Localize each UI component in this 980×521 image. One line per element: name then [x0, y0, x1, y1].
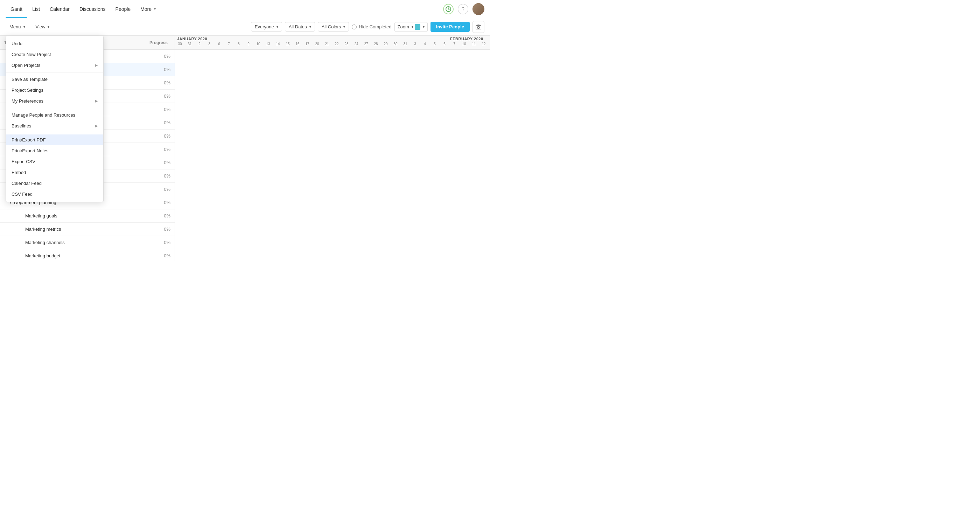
submenu-arrow-icon: ▶	[95, 99, 98, 103]
zoom-button[interactable]: Zoom ▾ ▾	[395, 22, 428, 32]
dropdown-menu: Undo Create New Project Open Projects ▶ …	[6, 36, 103, 202]
menu-item-create-new-project[interactable]: Create New Project	[6, 49, 103, 60]
nav-icons: ?	[443, 3, 484, 15]
tab-calendar[interactable]: Calendar	[45, 0, 75, 18]
task-row[interactable]: Marketing channels 0%	[0, 236, 175, 249]
screenshot-button[interactable]	[473, 21, 484, 33]
menu-item-embed[interactable]: Embed	[6, 167, 103, 178]
expand-icon	[18, 252, 25, 260]
zoom-chevron-icon: ▾	[412, 25, 414, 29]
menu-item-calendar-feed[interactable]: Calendar Feed	[6, 178, 103, 189]
dates-chevron-icon: ▾	[309, 25, 311, 29]
svg-rect-1	[476, 25, 481, 29]
gantt-chart: JANUARY 2020 FEBRUARY 2020 30 31 2 3 6 7…	[175, 36, 490, 260]
menu-item-print-export-notes[interactable]: Print/Export Notes	[6, 145, 103, 156]
view-chevron-icon: ▾	[48, 25, 49, 29]
menu-item-export-csv[interactable]: Export CSV	[6, 156, 103, 167]
expand-icon	[18, 239, 25, 246]
all-dates-filter[interactable]: All Dates ▾	[285, 22, 315, 32]
menu-item-save-as-template[interactable]: Save as Template	[6, 74, 103, 85]
toolbar: Menu ▾ View ▾ Everyone ▾ All Dates ▾ All…	[0, 18, 490, 36]
avatar-image	[473, 3, 484, 15]
gantt-header: JANUARY 2020 FEBRUARY 2020 30 31 2 3 6 7…	[175, 36, 490, 50]
submenu-arrow-icon: ▶	[95, 63, 98, 68]
menu-button[interactable]: Menu ▾	[6, 22, 29, 32]
colors-chevron-icon: ▾	[344, 25, 345, 29]
all-colors-filter[interactable]: All Colors ▾	[318, 22, 349, 32]
month-jan: JANUARY 2020	[175, 36, 209, 42]
tab-people[interactable]: People	[111, 0, 136, 18]
menu-item-undo[interactable]: Undo	[6, 38, 103, 49]
svg-point-2	[477, 26, 479, 29]
hide-completed-checkbox	[352, 24, 356, 29]
everyone-chevron-icon: ▾	[277, 25, 278, 29]
help-icon[interactable]: ?	[458, 4, 468, 14]
tab-list[interactable]: List	[27, 0, 45, 18]
more-chevron-icon: ▾	[154, 7, 156, 11]
tab-discussions[interactable]: Discussions	[75, 0, 111, 18]
menu-divider	[6, 133, 103, 133]
menu-item-manage-people[interactable]: Manage People and Resources	[6, 110, 103, 120]
menu-divider	[6, 108, 103, 108]
expand-icon	[18, 226, 25, 233]
avatar[interactable]	[473, 3, 484, 15]
month-feb: FEBRUARY 2020	[448, 36, 485, 42]
timer-icon[interactable]	[443, 4, 453, 14]
invite-people-button[interactable]: Invite People	[431, 22, 470, 32]
tab-gantt[interactable]: Gantt	[6, 0, 27, 18]
tab-more[interactable]: More ▾	[135, 0, 161, 18]
menu-item-open-projects[interactable]: Open Projects ▶	[6, 60, 103, 71]
hide-completed-toggle[interactable]: Hide Completed	[352, 24, 391, 29]
menu-item-my-preferences[interactable]: My Preferences ▶	[6, 96, 103, 107]
task-row[interactable]: Marketing metrics 0%	[0, 223, 175, 236]
menu-item-print-export-pdf[interactable]: Print/Export PDF	[6, 134, 103, 145]
menu-chevron-icon: ▾	[24, 25, 25, 29]
menu-item-baselines[interactable]: Baselines ▶	[6, 120, 103, 131]
menu-item-csv-feed[interactable]: CSV Feed	[6, 189, 103, 199]
view-button[interactable]: View ▾	[32, 22, 54, 32]
swatch-chevron-icon: ▾	[423, 25, 425, 29]
everyone-filter[interactable]: Everyone ▾	[251, 22, 282, 32]
task-row[interactable]: Marketing budget 0%	[0, 249, 175, 260]
top-nav: Gantt List Calendar Discussions People M…	[0, 0, 490, 18]
submenu-arrow-icon: ▶	[95, 124, 98, 128]
color-swatch	[415, 24, 420, 30]
day-labels: 30 31 2 3 6 7 8 9 10 13 14 15 16 17 20 2…	[175, 42, 490, 46]
menu-item-project-settings[interactable]: Project Settings	[6, 85, 103, 96]
task-row[interactable]: Marketing goals 0%	[0, 209, 175, 223]
expand-icon	[18, 212, 25, 220]
